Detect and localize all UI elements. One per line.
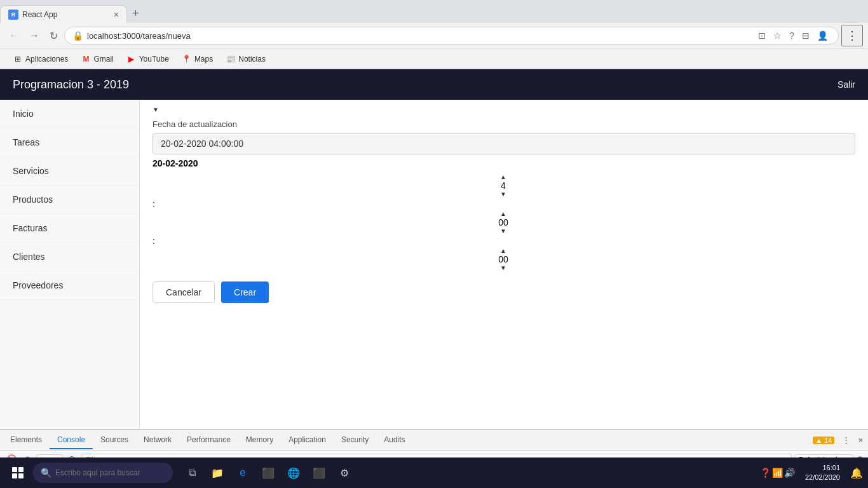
devtools-tab-performance[interactable]: Performance xyxy=(179,431,238,449)
top-down-arrow[interactable]: ▼ xyxy=(153,106,855,113)
second-value: 00 xyxy=(498,254,508,264)
salir-button[interactable]: Salir xyxy=(837,79,855,90)
back-button[interactable]: ← xyxy=(5,27,23,44)
second-down-button[interactable]: ▼ xyxy=(500,264,506,271)
chrome-button[interactable]: 🌐 xyxy=(282,461,305,484)
start-button[interactable] xyxy=(5,460,31,485)
vscode-icon: ⬛ xyxy=(313,467,325,479)
tab-favicon: R xyxy=(8,10,18,20)
devtools-tab-bar: Elements Console Sources Network Perform… xyxy=(0,430,868,451)
browser-tab-active[interactable]: R React App × xyxy=(0,5,127,23)
hour-down-button[interactable]: ▼ xyxy=(500,191,506,198)
bookmark-noticias[interactable]: 📰 Noticias xyxy=(220,53,271,65)
bookmarks-bar: ⊞ Aplicaciones M Gmail ▶ YouTube 📍 Maps … xyxy=(0,48,868,69)
file-explorer-button[interactable]: 📁 xyxy=(206,461,229,484)
browser-menu-button[interactable]: ⋮ xyxy=(841,25,863,46)
extra-app-icon: ⚙ xyxy=(340,467,349,479)
browser-chrome: R React App × + ← → ↻ 🔒 localhost:3000/t… xyxy=(0,0,868,69)
date-input[interactable]: 20-02-2020 04:00:00 xyxy=(153,133,855,154)
clock-display[interactable]: 16:01 22/02/2020 xyxy=(800,463,845,483)
cast-icon[interactable]: ⊟ xyxy=(799,29,812,42)
star-icon[interactable]: ☆ xyxy=(771,29,784,42)
devtools-tab-sources[interactable]: Sources xyxy=(93,431,136,449)
sidebar-item-inicio[interactable]: Inicio xyxy=(0,100,139,128)
noticias-icon: 📰 xyxy=(226,54,236,64)
sidebar: Inicio Tareas Servicios Productos Factur… xyxy=(0,100,140,429)
devtools-close-icon[interactable]: × xyxy=(855,434,865,446)
hour-up-button[interactable]: ▲ xyxy=(500,173,506,180)
extra-app-button[interactable]: ⚙ xyxy=(333,461,356,484)
taskbar-search-input[interactable] xyxy=(55,468,165,477)
help-icon[interactable]: ? xyxy=(787,29,797,42)
screen-icon[interactable]: ⊡ xyxy=(756,29,768,42)
minute-down-button[interactable]: ▼ xyxy=(500,227,506,234)
colon-separator-1: : xyxy=(153,199,855,209)
address-bar[interactable]: 🔒 localhost:3000/tareas/nueva ⊡ ☆ ? ⊟ 👤 xyxy=(64,27,839,44)
devtools-tab-application[interactable]: Application xyxy=(281,431,334,449)
sidebar-item-productos[interactable]: Productos xyxy=(0,186,139,214)
second-up-button[interactable]: ▲ xyxy=(500,247,506,254)
bookmark-gmail[interactable]: M Gmail xyxy=(76,53,118,65)
sidebar-item-proveedores[interactable]: Proveedores xyxy=(0,271,139,300)
create-button[interactable]: Crear xyxy=(221,281,269,303)
youtube-icon: ▶ xyxy=(126,54,137,64)
bookmark-maps[interactable]: 📍 Maps xyxy=(177,53,218,65)
edge-button[interactable]: e xyxy=(231,461,254,484)
cancel-button[interactable]: Cancelar xyxy=(153,281,215,303)
address-bar-row: ← → ↻ 🔒 localhost:3000/tareas/nueva ⊡ ☆ … xyxy=(0,23,868,48)
edge-icon: e xyxy=(240,467,246,478)
taskbar-search-box[interactable]: 🔍 xyxy=(33,463,173,483)
colon-separator-2: : xyxy=(153,236,855,246)
tray-help-icon[interactable]: ❓ xyxy=(760,468,771,478)
vscode-button[interactable]: ⬛ xyxy=(308,461,330,484)
address-icons: ⊡ ☆ ? ⊟ 👤 xyxy=(756,29,831,42)
gmail-icon: M xyxy=(81,54,91,64)
hour-spinner: ▲ 4 ▼ xyxy=(153,173,854,198)
devtools-tab-console[interactable]: Console xyxy=(50,431,93,449)
sidebar-item-clientes[interactable]: Clientes xyxy=(0,243,139,271)
minute-up-button[interactable]: ▲ xyxy=(500,210,506,217)
close-tab-button[interactable]: × xyxy=(114,10,119,20)
terminal-button[interactable]: ⬛ xyxy=(257,461,280,484)
tray-icons-group: ❓ 📶 🔊 xyxy=(760,468,795,478)
devtools-tab-memory[interactable]: Memory xyxy=(238,431,281,449)
minute-value: 00 xyxy=(498,217,508,227)
clock-time: 16:01 xyxy=(805,463,840,473)
taskbar: 🔍 ⧉ 📁 e ⬛ 🌐 ⬛ ⚙ ❓ 📶 🔊 16:01 xyxy=(0,458,868,488)
bookmark-youtube-label: YouTube xyxy=(139,55,169,64)
taskview-button[interactable]: ⧉ xyxy=(180,461,203,484)
chrome-icon: 🌐 xyxy=(287,467,300,479)
warning-count-badge: ▲ 14 xyxy=(813,437,834,444)
date-field-label: Fecha de actualizacion xyxy=(153,119,855,129)
tab-title: React App xyxy=(22,10,110,19)
refresh-button[interactable]: ↻ xyxy=(46,27,62,44)
bookmark-youtube[interactable]: ▶ YouTube xyxy=(121,53,174,65)
devtools-tab-network[interactable]: Network xyxy=(136,431,179,449)
bookmark-gmail-label: Gmail xyxy=(93,55,113,64)
apps-icon: ⊞ xyxy=(13,54,23,64)
sidebar-item-servicios[interactable]: Servicios xyxy=(0,157,139,186)
sidebar-item-tareas[interactable]: Tareas xyxy=(0,128,139,157)
app-container: Programacion 3 - 2019 Salir Inicio Tarea… xyxy=(0,69,868,429)
tray-network-icon[interactable]: 📶 xyxy=(772,468,783,478)
sidebar-item-facturas[interactable]: Facturas xyxy=(0,214,139,243)
forward-button[interactable]: → xyxy=(25,27,43,44)
button-row: Cancelar Crear xyxy=(153,281,855,303)
url-display: localhost:3000/tareas/nueva xyxy=(87,31,752,41)
hour-value: 4 xyxy=(501,180,506,191)
devtools-tab-security[interactable]: Security xyxy=(334,431,376,449)
devtools-tab-audits[interactable]: Audits xyxy=(376,431,412,449)
bookmark-maps-label: Maps xyxy=(194,55,213,64)
profile-icon[interactable]: 👤 xyxy=(815,29,831,42)
minute-spinner: ▲ 00 ▼ xyxy=(153,210,854,234)
tray-sound-icon[interactable]: 🔊 xyxy=(784,468,795,478)
date-display: 20-02-2020 xyxy=(153,158,855,168)
file-explorer-icon: 📁 xyxy=(211,467,224,479)
new-tab-button[interactable]: + xyxy=(127,4,144,23)
notification-icon[interactable]: 🔔 xyxy=(850,467,863,479)
bookmark-apps[interactable]: ⊞ Aplicaciones xyxy=(8,53,73,65)
devtools-more-icon[interactable]: ⋮ xyxy=(839,434,853,446)
taskview-icon: ⧉ xyxy=(189,467,196,478)
main-content: ▼ Fecha de actualizacion 20-02-2020 04:0… xyxy=(140,100,868,429)
devtools-tab-elements[interactable]: Elements xyxy=(3,431,50,449)
